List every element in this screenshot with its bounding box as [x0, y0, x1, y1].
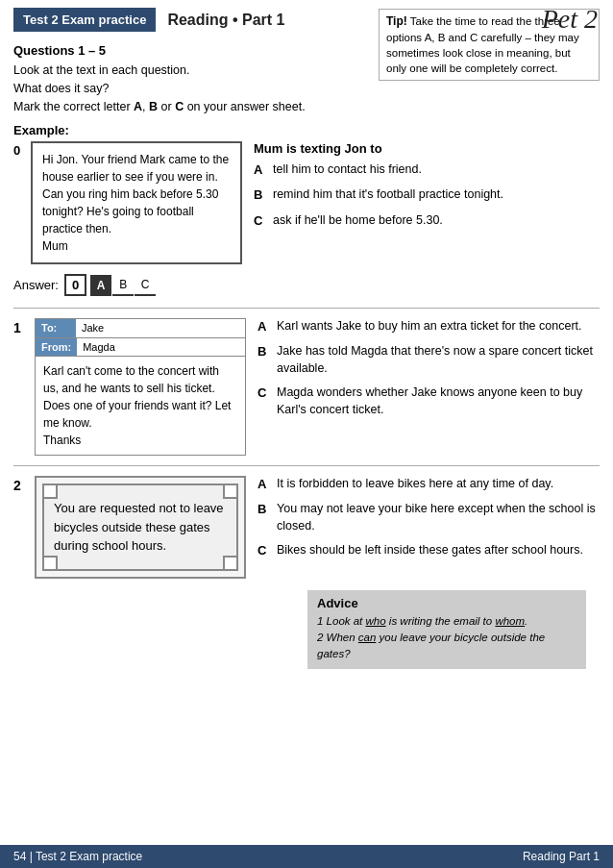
q1-option-b: B Jake has told Magda that there's now a… — [257, 343, 600, 377]
header-title: Reading • Part 1 — [167, 12, 284, 29]
answer-label: Answer: — [13, 278, 59, 292]
header: Test 2 Exam practice Reading • Part 1 Pe… — [0, 0, 613, 37]
instruction-1: Look at the text in each question. — [13, 63, 189, 77]
advice-item-1: 1 Look at who is writing the email to wh… — [317, 615, 527, 627]
pet2-logo: Pet 2 — [542, 4, 598, 35]
example-label: Example: — [13, 123, 600, 137]
email-to-label: To: — [36, 319, 76, 337]
corner-bl — [42, 556, 58, 571]
instruction-3: Mark the correct letter A, B or C on you… — [13, 100, 306, 113]
q1-options: A Karl wants Jake to buy him an extra ti… — [257, 318, 600, 426]
header-dot: • — [233, 12, 238, 28]
q1-letter-c: C — [257, 384, 277, 418]
abc-box-c: C — [135, 275, 156, 296]
q1-text-b: Jake has told Magda that there's now a s… — [277, 343, 600, 377]
example-option-b: B remind him that it's football practice… — [254, 186, 600, 204]
q2-letter-b: B — [257, 501, 277, 534]
q1-email: To: Jake From: Magda Karl can't come to … — [35, 318, 246, 456]
q2-text-c: Bikes should be left inside these gates … — [277, 542, 583, 559]
q2-letter-c: C — [257, 542, 277, 559]
advice-item-2: 2 When can you leave your bicycle outsid… — [317, 632, 545, 659]
advice-box: Advice 1 Look at who is writing the emai… — [307, 590, 586, 669]
notice-inner: You are requested not to leave bicycles … — [42, 484, 238, 571]
header-part: Part 1 — [242, 12, 284, 28]
question-2-container: 2 You are requested not to leave bicycle… — [0, 472, 613, 583]
option-text-b: remind him that it's football practice t… — [273, 186, 503, 204]
email-to-value: Jake — [76, 319, 110, 337]
footer-right: Reading Part 1 — [523, 850, 600, 863]
answer-row: Answer: 0 A B C — [0, 270, 613, 302]
instruction-2: What does it say? — [13, 82, 109, 95]
q2-option-a: A It is forbidden to leave bikes here at… — [257, 476, 600, 493]
question-1-container: 1 To: Jake From: Magda Karl can't come t… — [0, 314, 613, 459]
page: Test 2 Exam practice Reading • Part 1 Pe… — [0, 0, 613, 868]
question-1-row: 1 To: Jake From: Magda Karl can't come t… — [13, 318, 600, 456]
q2-option-c: C Bikes should be left inside these gate… — [257, 542, 600, 559]
abc-box-a: A — [90, 275, 111, 296]
corner-tr — [223, 484, 238, 499]
header-badge: Test 2 Exam practice — [13, 8, 156, 32]
header-reading: Reading — [167, 12, 228, 28]
email-from-value: Magda — [77, 338, 121, 357]
option-letter-a: A — [254, 161, 273, 179]
example-options: Mum is texting Jon to A tell him to cont… — [254, 141, 600, 237]
footer: 54 | Test 2 Exam practice Reading Part 1 — [0, 845, 613, 868]
example-option-title: Mum is texting Jon to — [254, 141, 600, 156]
abc-boxes: A B C — [90, 275, 157, 296]
email-to-row: To: Jake — [36, 319, 245, 338]
question-2-row: 2 You are requested not to leave bicycle… — [13, 476, 600, 579]
email-from-label: From: — [36, 338, 77, 357]
q2-number: 2 — [13, 476, 35, 493]
advice-container: Advice 1 Look at who is writing the emai… — [0, 583, 613, 677]
q1-text-c: Magda wonders whether Jake knows anyone … — [277, 384, 600, 418]
q1-letter-b: B — [257, 343, 277, 377]
divider-1 — [13, 308, 600, 309]
corner-br — [223, 556, 238, 571]
advice-title: Advice — [317, 596, 576, 610]
q2-text-a: It is forbidden to leave bikes here at a… — [277, 476, 553, 493]
advice-text: 1 Look at who is writing the email to wh… — [317, 613, 576, 663]
email-header: To: Jake From: Magda — [36, 319, 245, 357]
notice-text: You are requested not to leave bicycles … — [54, 501, 224, 553]
q1-option-c: C Magda wonders whether Jake knows anyon… — [257, 384, 600, 418]
option-text-a: tell him to contact his friend. — [273, 161, 422, 179]
q2-notice: You are requested not to leave bicycles … — [35, 476, 246, 579]
abc-box-b: B — [112, 275, 134, 296]
corner-tl — [42, 484, 58, 499]
email-from-row: From: Magda — [36, 338, 245, 358]
q1-number: 1 — [13, 318, 35, 335]
example-option-a: A tell him to contact his friend. — [254, 161, 600, 179]
q2-text-b: You may not leave your bike here except … — [277, 501, 600, 534]
q1-text-a: Karl wants Jake to buy him an extra tick… — [277, 318, 582, 335]
answer-value: 0 — [64, 274, 86, 296]
q2-letter-a: A — [257, 476, 277, 493]
example-option-c: C ask if he'll be home before 5.30. — [254, 212, 600, 230]
footer-left: 54 | Test 2 Exam practice — [13, 850, 142, 863]
q1-letter-a: A — [257, 318, 277, 335]
email-body: Karl can't come to the concert with us, … — [36, 357, 245, 455]
example-section: Example: 0 Hi Jon. Your friend Mark came… — [0, 119, 613, 270]
option-text-c: ask if he'll be home before 5.30. — [273, 212, 443, 230]
example-message: Hi Jon. Your friend Mark came to the hou… — [31, 141, 242, 264]
questions-section: Tip! Take the time to read the three opt… — [0, 37, 613, 119]
q2-option-b: B You may not leave your bike here excep… — [257, 501, 600, 534]
divider-2 — [13, 465, 600, 466]
q2-options: A It is forbidden to leave bikes here at… — [257, 476, 600, 567]
example-number: 0 — [13, 143, 31, 158]
option-letter-b: B — [254, 186, 273, 204]
option-letter-c: C — [254, 212, 273, 230]
example-row: 0 Hi Jon. Your friend Mark came to the h… — [13, 141, 600, 264]
q1-option-a: A Karl wants Jake to buy him an extra ti… — [257, 318, 600, 335]
